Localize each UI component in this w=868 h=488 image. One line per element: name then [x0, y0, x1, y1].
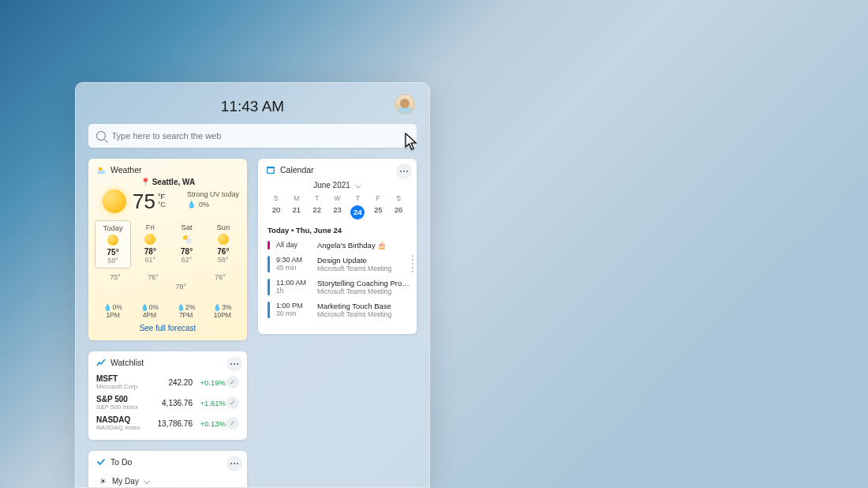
calendar-event[interactable]: 1:00 PM30 min Marketing Touch BaseMicros…: [268, 298, 412, 321]
precip-cell: 💧0%1PM: [103, 303, 122, 319]
forecast-day[interactable]: Today 75° 58°: [95, 220, 131, 268]
drop-icon: 💧: [187, 200, 196, 210]
calendar-day[interactable]: 21: [286, 205, 307, 220]
svg-rect-4: [268, 168, 273, 173]
watchlist-card[interactable]: Watchlist MSFTMicrosoft Corp. 242.20 +0.…: [88, 351, 247, 440]
sun-icon: [107, 235, 118, 246]
svg-point-2: [185, 238, 191, 244]
search-input[interactable]: [112, 131, 410, 141]
calendar-day[interactable]: 23: [327, 205, 348, 220]
todo-icon: [96, 457, 106, 467]
pin-icon[interactable]: [226, 376, 239, 389]
pin-icon[interactable]: [226, 396, 239, 409]
pin-icon[interactable]: [226, 417, 239, 430]
forecast-day[interactable]: Fri 78° 61°: [133, 220, 167, 268]
calendar-event[interactable]: 9:30 AM45 min Design UpdateMicrosoft Tea…: [268, 253, 412, 276]
weather-icon: [96, 165, 106, 175]
weather-card[interactable]: Weather 📍 Seattle, WA 75 °F °C: [88, 159, 247, 340]
unit-f[interactable]: °F: [158, 193, 166, 201]
calendar-event[interactable]: All day Angela's Birthday 🎂: [268, 238, 412, 253]
todo-list-selector[interactable]: ☀ My Day: [88, 471, 247, 488]
forecast-link[interactable]: See full forecast: [88, 321, 247, 334]
calendar-dow: M: [286, 194, 307, 202]
current-temp: 75 °F °C: [133, 190, 166, 214]
sun-icon: [218, 234, 229, 245]
scroll-indicator[interactable]: [412, 255, 413, 272]
calendar-day[interactable]: 20: [266, 205, 286, 220]
calendar-day[interactable]: 25: [368, 205, 388, 220]
calendar-event[interactable]: 11:00 AM1h Storytelling Coaching Pro…Mic…: [268, 276, 412, 298]
month-selector[interactable]: June 2021: [258, 179, 417, 190]
partly-cloudy-icon: [181, 234, 193, 245]
sun-icon: [103, 190, 126, 213]
calendar-day[interactable]: 26: [388, 205, 409, 220]
search-icon: [96, 131, 106, 141]
precip-cell: 💧3%10PM: [213, 303, 231, 319]
sun-outline-icon: ☀: [98, 476, 107, 486]
more-button[interactable]: [226, 456, 242, 471]
hourly-temps: 75° 76° . 76°: [88, 268, 247, 281]
clock: 11:43 AM: [221, 98, 284, 115]
chevron-down-icon: [355, 182, 361, 188]
stocks-icon: [96, 358, 106, 367]
unit-c[interactable]: °C: [158, 201, 166, 208]
calendar-day[interactable]: 22: [307, 205, 327, 220]
watchlist-row[interactable]: MSFTMicrosoft Corp. 242.20 +0.19%: [88, 372, 247, 392]
hourly-peak: 78°: [176, 283, 187, 291]
weather-title: Weather: [110, 165, 142, 175]
watchlist-row[interactable]: NASDAQNASDAQ Index 13,786.76 +0.13%: [88, 413, 247, 434]
calendar-card[interactable]: Calendar June 2021 S M T W T F S 20 21: [258, 159, 417, 334]
weather-note: Strong UV today 💧 0%: [187, 190, 239, 210]
calendar-date-header: Today • Thu, June 24: [258, 223, 417, 236]
weather-location: 📍 Seattle, WA: [88, 178, 247, 186]
forecast-day[interactable]: Sun 76° 58°: [206, 220, 241, 268]
avatar[interactable]: [395, 94, 415, 114]
calendar-icon: [266, 165, 275, 175]
watchlist-row[interactable]: S&P 500S&P 500 Index 4,136.76 +1.61%: [88, 392, 247, 413]
forecast-day[interactable]: Sat 78° 62°: [170, 220, 204, 268]
calendar-dow: T: [347, 194, 368, 202]
calendar-day-today[interactable]: 24: [350, 205, 365, 220]
watchlist-title: Watchlist: [110, 358, 144, 367]
forecast-row: Today 75° 58° Fri 78° 61° Sat: [88, 216, 247, 268]
calendar-title: Calendar: [280, 165, 314, 175]
calendar-dow: T: [307, 194, 327, 202]
precip-row: 💧0%1PM 💧0%4PM 💧2%7PM 💧3%10PM: [88, 300, 247, 321]
todo-title: To Do: [110, 457, 132, 467]
location-pin-icon: 📍: [140, 178, 150, 186]
chevron-down-icon: [144, 478, 150, 484]
calendar-dow: S: [266, 194, 286, 202]
widgets-panel: 11:43 AM Weather 📍 Seattle, WA: [75, 82, 430, 488]
calendar-dow: F: [368, 194, 388, 202]
event-list: All day Angela's Birthday 🎂 9:30 AM45 mi…: [258, 236, 417, 329]
panel-header: 11:43 AM: [88, 92, 417, 121]
more-button[interactable]: [226, 356, 242, 372]
calendar-dow: W: [327, 194, 348, 202]
calendar-dow: S: [388, 194, 409, 202]
precip-cell: 💧2%7PM: [177, 303, 195, 319]
more-button[interactable]: [396, 163, 412, 179]
sun-icon: [144, 234, 155, 245]
svg-point-0: [99, 167, 103, 171]
precip-cell: 💧0%4PM: [140, 303, 159, 319]
search-bar[interactable]: [88, 124, 417, 148]
todo-card[interactable]: To Do ☀ My Day: [88, 451, 247, 488]
